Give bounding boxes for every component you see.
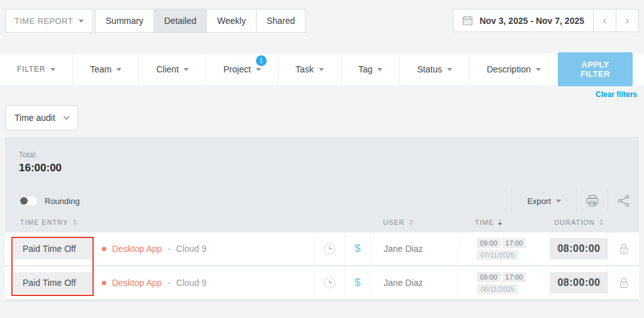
filter-description[interactable]: Description [469, 54, 558, 85]
filter-status[interactable]: Status [399, 54, 469, 85]
billability-button[interactable]: $ [344, 232, 370, 265]
duration-field[interactable]: 08:00:00 [550, 238, 607, 259]
chevron-down-icon [63, 113, 69, 120]
printer-icon [586, 195, 599, 207]
client-name: Cloud 9 [176, 278, 206, 288]
time-audit-clock-button[interactable] [314, 232, 344, 265]
project-client-separator: - [167, 278, 170, 288]
billable-icon: $ [355, 276, 360, 289]
entry-description-field[interactable]: Paid Time Off [14, 238, 92, 259]
chevron-down-icon [536, 68, 541, 71]
filter-status-label: Status [417, 64, 442, 74]
filter-client[interactable]: Client [138, 54, 206, 85]
date-range-label: Nov 3, 2025 - Nov 7, 2025 [479, 16, 584, 26]
active-filter-count-badge: 1 [256, 55, 267, 66]
tab-detailed[interactable]: Detailed [153, 9, 207, 33]
duration-header-label: DURATION [554, 219, 595, 226]
project-name: Desktop App [112, 244, 162, 254]
column-header-user[interactable]: USER [370, 219, 458, 226]
end-time-field[interactable]: 17:00 [502, 238, 526, 248]
toggle-knob [20, 197, 28, 205]
tab-shared[interactable]: Shared [256, 9, 306, 33]
share-icon [618, 195, 630, 207]
share-button[interactable] [608, 190, 639, 212]
locked-entry-button[interactable] [608, 266, 639, 299]
entry-description-field[interactable]: Paid Time Off [14, 272, 92, 293]
date-range-picker: Nov 3, 2025 - Nov 7, 2025 ‹ › [453, 9, 639, 32]
sort-icon [409, 219, 413, 225]
chevron-down-icon [79, 20, 84, 23]
user-cell: Jane Diaz [370, 232, 458, 265]
filter-bar: FILTER Team Client 1 Project Task Tag St… [0, 54, 644, 85]
date-field[interactable]: 07/11/2025 [477, 250, 518, 260]
time-report-page: { "header": { "report_menu": "TIME REPOR… [0, 0, 644, 318]
rounding-toggle[interactable] [19, 196, 38, 206]
apply-filter-button[interactable]: APPLY FILTER [558, 52, 633, 86]
start-end-time: 09:00 17:00 [477, 272, 526, 282]
export-dropdown[interactable]: Export [511, 190, 576, 212]
filter-menu-label: FILTER [17, 65, 45, 74]
filter-project-label: Project [223, 64, 251, 74]
entry-cell: Paid Time Off Desktop App - Cloud 9 [14, 272, 314, 293]
project-client-separator: - [167, 244, 170, 254]
table-controls-row: Rounding Export [5, 190, 639, 212]
chevron-down-icon [116, 68, 121, 71]
date-field[interactable]: 06/11/2025 [477, 284, 518, 294]
report-type-dropdown[interactable]: TIME REPORT [5, 9, 93, 33]
project-name: Desktop App [112, 278, 162, 288]
report-nav: TIME REPORT Summary Detailed Weekly Shar… [5, 9, 306, 33]
start-time-field[interactable]: 09:00 [477, 238, 501, 248]
start-time-field[interactable]: 09:00 [477, 272, 501, 282]
column-header-time-entry[interactable]: TIME ENTRY [20, 219, 314, 226]
duration-cell: 08:00:00 [550, 232, 608, 265]
duration-cell: 08:00:00 [550, 266, 608, 299]
chevron-down-icon [447, 68, 452, 71]
user-cell: Jane Diaz [370, 266, 458, 299]
time-entry-header-label: TIME ENTRY [20, 219, 68, 226]
project-selector[interactable]: Desktop App - Cloud 9 [102, 278, 206, 288]
clock-icon [323, 276, 336, 290]
export-group: Export [511, 190, 639, 212]
filter-task[interactable]: Task [278, 54, 341, 85]
column-header-time[interactable]: TIME [458, 219, 550, 226]
clear-filters-link[interactable]: Clear filters [596, 90, 637, 99]
project-selector[interactable]: Desktop App - Cloud 9 [102, 244, 206, 254]
time-entry-row: Paid Time Off Desktop App - Cloud 9 $ Ja… [5, 266, 639, 299]
tab-weekly[interactable]: Weekly [206, 9, 257, 33]
user-header-label: USER [383, 219, 405, 226]
filter-tag[interactable]: Tag [341, 54, 400, 85]
project-color-dot [102, 281, 106, 285]
next-week-button[interactable]: › [616, 9, 638, 31]
filter-client-label: Client [156, 64, 179, 74]
sort-icon [599, 219, 603, 225]
filter-task-label: Task [296, 64, 314, 74]
tab-summary[interactable]: Summary [95, 9, 154, 33]
end-time-field[interactable]: 17:00 [502, 272, 526, 282]
time-header-label: TIME [475, 219, 494, 226]
time-audit-dropdown[interactable]: Time audit [5, 105, 78, 130]
filter-menu[interactable]: FILTER [0, 54, 72, 85]
lock-icon [618, 276, 630, 289]
prev-week-button[interactable]: ‹ [593, 9, 616, 31]
filter-project[interactable]: 1 Project [206, 54, 278, 85]
total-label: Total: [19, 150, 626, 159]
print-button[interactable] [576, 190, 608, 212]
total-value: 16:00:00 [19, 162, 626, 174]
export-label: Export [527, 196, 551, 206]
top-bar: TIME REPORT Summary Detailed Weekly Shar… [5, 9, 639, 33]
billable-icon: $ [355, 242, 360, 255]
client-name: Cloud 9 [176, 244, 206, 254]
column-header-duration[interactable]: DURATION [550, 219, 608, 226]
report-tabs: Summary Detailed Weekly Shared [96, 9, 306, 33]
sort-icon [73, 219, 77, 225]
locked-entry-button[interactable] [608, 232, 639, 265]
time-audit-clock-button[interactable] [314, 266, 344, 299]
chevron-down-icon [184, 68, 189, 71]
date-range-button[interactable]: Nov 3, 2025 - Nov 7, 2025 [453, 9, 593, 31]
duration-field[interactable]: 08:00:00 [550, 272, 607, 293]
billability-button[interactable]: $ [344, 266, 370, 299]
clock-icon [323, 242, 336, 256]
filter-team[interactable]: Team [72, 54, 138, 85]
filter-team-label: Team [90, 64, 111, 74]
entry-cell: Paid Time Off Desktop App - Cloud 9 [14, 238, 314, 259]
